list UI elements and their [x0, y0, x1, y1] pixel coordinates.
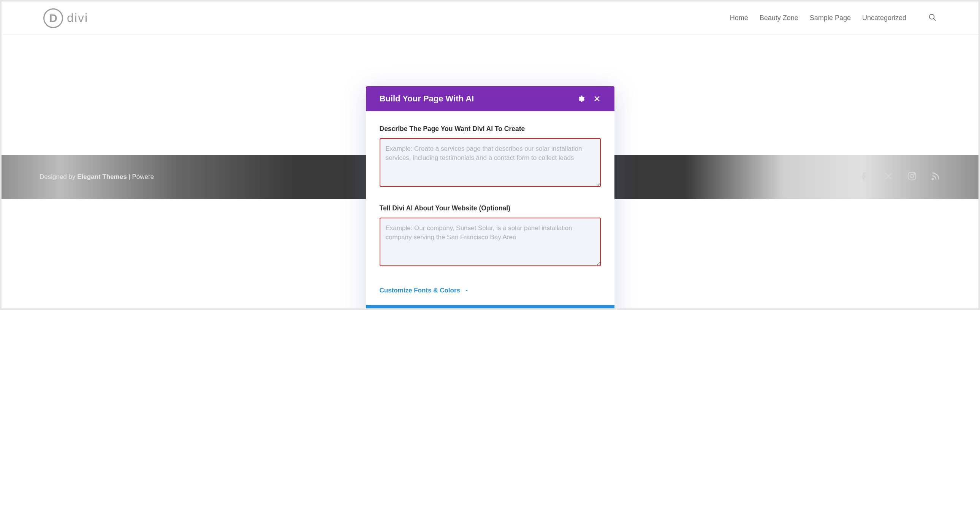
footer-credit: Designed by Elegant Themes | Powere	[40, 173, 154, 181]
svg-point-0	[929, 14, 934, 19]
footer-sep: |	[127, 173, 132, 180]
svg-point-4	[914, 173, 915, 175]
nav-sample-page[interactable]: Sample Page	[810, 14, 851, 22]
rss-icon[interactable]	[931, 171, 940, 183]
about-textarea[interactable]	[380, 218, 601, 266]
footer-designed-name[interactable]: Elegant Themes	[77, 173, 127, 180]
instagram-icon[interactable]	[907, 171, 917, 183]
svg-line-1	[934, 18, 936, 21]
generate-layout-button[interactable]: Generate Layout	[366, 305, 614, 308]
facebook-icon[interactable]	[860, 171, 870, 183]
x-icon[interactable]	[883, 171, 893, 183]
customize-toggle[interactable]: Customize Fonts & Colors	[380, 287, 601, 294]
footer-designed-prefix: Designed by	[40, 173, 77, 180]
logo-text: divi	[67, 11, 88, 25]
svg-point-5	[932, 178, 933, 180]
modal-header: Build Your Page With AI	[366, 86, 614, 111]
footer-powered: Powere	[132, 173, 154, 180]
modal-title: Build Your Page With AI	[380, 94, 474, 104]
nav-home[interactable]: Home	[730, 14, 748, 22]
search-icon[interactable]	[928, 13, 937, 23]
nav-beauty-zone[interactable]: Beauty Zone	[760, 14, 799, 22]
close-icon[interactable]	[593, 95, 601, 103]
footer-social	[860, 171, 940, 183]
about-label: Tell Divi AI About Your Website (Optiona…	[380, 204, 601, 212]
svg-point-3	[910, 175, 914, 178]
customize-label: Customize Fonts & Colors	[380, 287, 461, 294]
nav-links: Home Beauty Zone Sample Page Uncategoriz…	[730, 13, 937, 23]
top-navigation: D divi Home Beauty Zone Sample Page Unca…	[2, 2, 978, 35]
logo-mark: D	[43, 8, 63, 28]
describe-label: Describe The Page You Want Divi AI To Cr…	[380, 125, 601, 133]
gear-icon[interactable]	[577, 95, 585, 103]
logo[interactable]: D divi	[43, 8, 88, 28]
nav-uncategorized[interactable]: Uncategorized	[862, 14, 906, 22]
ai-modal: Build Your Page With AI Describe The Pag…	[366, 86, 614, 308]
describe-textarea[interactable]	[380, 138, 601, 187]
modal-body: Describe The Page You Want Divi AI To Cr…	[366, 111, 614, 294]
page-area: Designed by Elegant Themes | Powere Buil…	[2, 35, 978, 308]
chevron-down-icon	[464, 288, 469, 293]
